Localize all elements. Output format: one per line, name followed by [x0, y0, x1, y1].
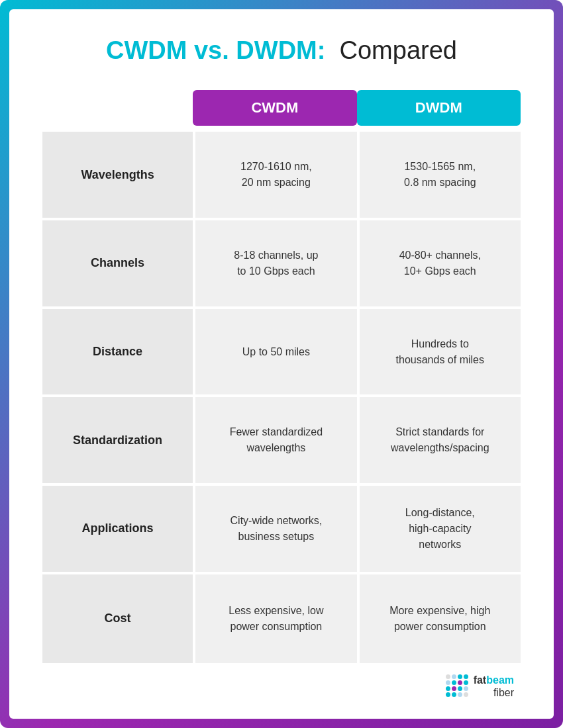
row-cwdm-channels: 8-18 channels, up to 10 Gbps each: [193, 220, 356, 309]
table-row: Channels8-18 channels, up to 10 Gbps eac…: [42, 220, 521, 309]
row-dwdm-distance: Hundreds to thousands of miles: [357, 309, 521, 398]
table-row: ApplicationsCity-wide networks, business…: [42, 486, 521, 574]
row-dwdm-cost: More expensive, high power consumption: [357, 574, 521, 663]
row-dwdm-wavelengths: 1530-1565 nm, 0.8 nm spacing: [357, 132, 521, 220]
title-suffix: Compared: [340, 36, 457, 64]
row-cwdm-cost: Less expensive, low power consumption: [193, 574, 356, 663]
row-dwdm-channels: 40-80+ channels, 10+ Gbps each: [357, 220, 521, 309]
logo-brand: fatbeam: [474, 674, 514, 686]
row-cwdm-standardization: Fewer standardized wavelengths: [193, 397, 356, 486]
row-label-standardization: Standardization: [42, 397, 193, 486]
row-label-wavelengths: Wavelengths: [42, 132, 193, 220]
row-label-distance: Distance: [42, 309, 193, 398]
row-label-cost: Cost: [42, 574, 193, 663]
table-header-row: CWDM DWDM: [42, 90, 521, 126]
table-row: CostLess expensive, low power consumptio…: [42, 574, 521, 663]
header-cwdm: CWDM: [193, 90, 356, 126]
header-dwdm: DWDM: [357, 90, 521, 126]
comparison-table: CWDM DWDM Wavelengths1270-1610 nm, 20 nm…: [42, 90, 521, 663]
page-title: CWDM vs. DWDM: Compared: [42, 36, 521, 66]
row-cwdm-distance: Up to 50 miles: [193, 309, 356, 398]
logo-icon: [446, 674, 470, 698]
table-row: DistanceUp to 50 milesHundreds to thousa…: [42, 309, 521, 398]
row-label-applications: Applications: [42, 486, 193, 574]
row-dwdm-applications: Long-distance, high-capacity networks: [357, 486, 521, 574]
title-cwdm: CWDM vs. DWDM:: [106, 36, 325, 64]
row-cwdm-wavelengths: 1270-1610 nm, 20 nm spacing: [193, 132, 356, 220]
row-dwdm-standardization: Strict standards for wavelengths/spacing: [357, 397, 521, 486]
outer-frame: CWDM vs. DWDM: Compared CWDM DWDM Wavele…: [0, 0, 563, 728]
header-empty: [42, 90, 193, 126]
row-cwdm-applications: City-wide networks, business setups: [193, 486, 356, 574]
content-area: CWDM vs. DWDM: Compared CWDM DWDM Wavele…: [9, 9, 554, 719]
logo-highlight: beam: [486, 674, 514, 686]
table-row: StandardizationFewer standardized wavele…: [42, 397, 521, 486]
logo-fiber: fiber: [474, 686, 514, 699]
row-label-channels: Channels: [42, 220, 193, 309]
logo-area: fatbeam fiber: [42, 674, 521, 699]
table-row: Wavelengths1270-1610 nm, 20 nm spacing15…: [42, 132, 521, 220]
logo-text: fatbeam fiber: [474, 674, 514, 699]
